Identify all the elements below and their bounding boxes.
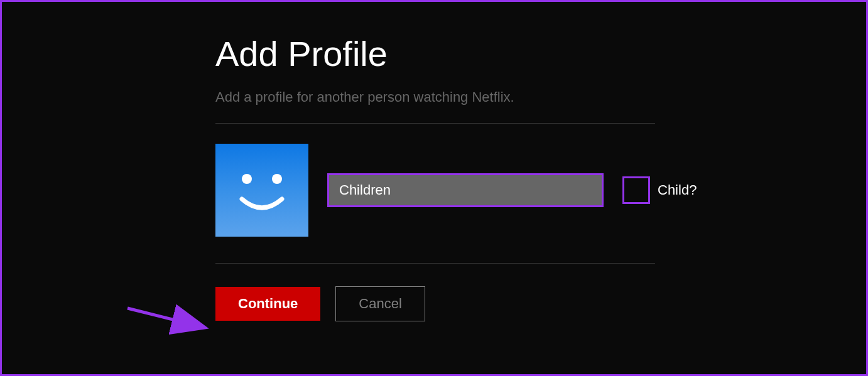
child-checkbox-group: Child? <box>622 176 697 204</box>
profile-avatar[interactable] <box>215 144 308 237</box>
continue-button[interactable]: Continue <box>215 287 320 321</box>
divider <box>215 263 655 264</box>
child-checkbox[interactable] <box>622 176 650 204</box>
profile-form-row: Child? <box>215 144 866 237</box>
page-title: Add Profile <box>215 33 866 74</box>
cancel-button[interactable]: Cancel <box>335 286 425 321</box>
profile-name-input[interactable] <box>327 173 604 207</box>
divider <box>215 123 655 124</box>
smiley-face-icon <box>215 144 308 237</box>
button-row: Continue Cancel <box>215 286 866 321</box>
child-label: Child? <box>658 182 697 198</box>
page-subtitle: Add a profile for another person watchin… <box>215 89 866 105</box>
